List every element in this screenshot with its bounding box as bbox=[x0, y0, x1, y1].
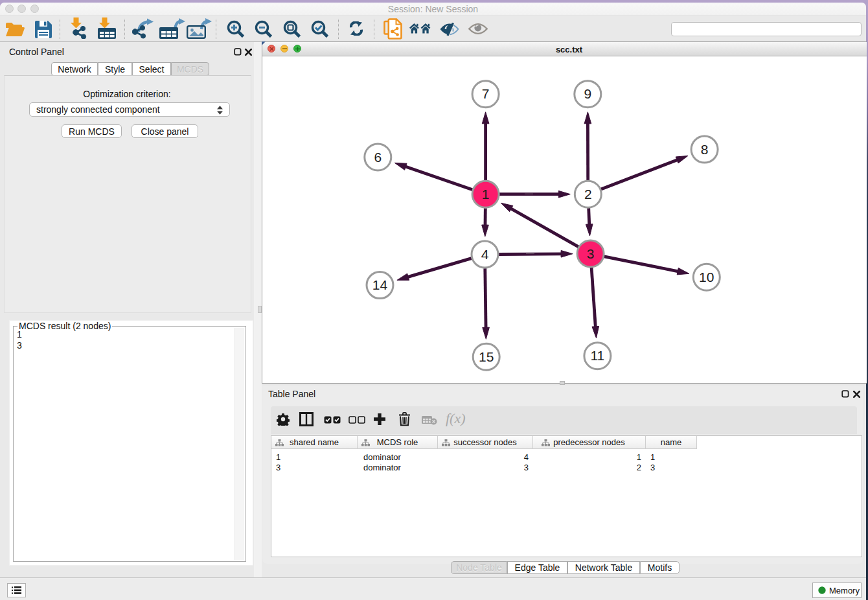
svg-text:8: 8 bbox=[701, 142, 709, 157]
svg-text:2: 2 bbox=[584, 187, 592, 202]
svg-text:9: 9 bbox=[584, 86, 591, 101]
svg-text:11: 11 bbox=[590, 348, 604, 363]
svg-text:1: 1 bbox=[482, 187, 490, 202]
svg-text:7: 7 bbox=[482, 86, 490, 101]
svg-text:14: 14 bbox=[372, 277, 388, 292]
svg-text:6: 6 bbox=[374, 150, 382, 165]
svg-text:3: 3 bbox=[587, 246, 595, 261]
svg-text:10: 10 bbox=[699, 270, 714, 284]
svg-text:4: 4 bbox=[481, 247, 489, 262]
svg-text:15: 15 bbox=[479, 349, 494, 364]
